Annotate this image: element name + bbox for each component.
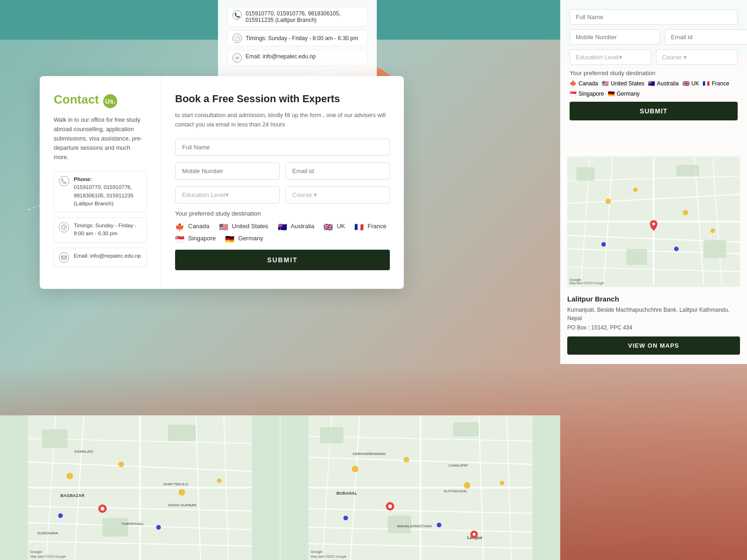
top-fullname-input[interactable] — [570, 9, 738, 25]
svg-text:HARIHARBHAWAN: HARIHARBHAWAN — [353, 452, 386, 456]
modal-left-panel: Contact Us. Walk in to our office for fr… — [40, 76, 161, 289]
svg-rect-17 — [627, 249, 647, 265]
phone-icon: 📞 — [233, 10, 242, 20]
svg-point-21 — [606, 198, 611, 204]
main-modal: Contact Us. Walk in to our office for fr… — [40, 76, 404, 289]
svg-text:Map data ©2022 Google: Map data ©2022 Google — [30, 555, 66, 559]
top-dest-singapore[interactable]: 🇸🇬Singapore — [570, 91, 604, 97]
mobile-input[interactable] — [175, 162, 280, 180]
branch-name: Lalitpur Branch — [567, 295, 740, 303]
svg-point-26 — [674, 247, 679, 252]
svg-text:KAMALADI: KAMALADI — [75, 449, 93, 454]
svg-point-24 — [711, 229, 715, 233]
top-course-select[interactable]: Course ▾ — [656, 49, 738, 65]
dest-us[interactable]: 🇺🇸United States — [219, 223, 268, 230]
clock-icon-modal — [59, 222, 69, 232]
dest-singapore[interactable]: 🇸🇬Singapore — [175, 235, 216, 242]
svg-point-25 — [601, 242, 606, 247]
submit-button[interactable]: SUBMIT — [175, 250, 390, 270]
email-input[interactable] — [285, 162, 390, 180]
phone-info-text: Phone: 015910770, 015910776, 9818306105,… — [74, 175, 141, 208]
svg-point-55 — [58, 513, 63, 518]
top-dest-uk[interactable]: 🇬🇧UK — [683, 80, 699, 87]
phone-info-item: Phone: 015910770, 015910776, 9818306105,… — [54, 171, 147, 212]
top-mobile-input[interactable] — [570, 29, 660, 45]
top-timing-text: Timings: Sunday - Friday - 8:00 am - 6:3… — [246, 35, 358, 42]
svg-rect-72 — [320, 427, 344, 443]
svg-point-88 — [500, 481, 505, 485]
svg-point-23 — [683, 210, 688, 216]
dest-germany[interactable]: 🇩🇪Germany — [225, 235, 263, 242]
left-contact-panel: 📞 015910770, 015910776, 9818306105, 0159… — [218, 0, 377, 77]
modal-title: Book a Free Session with Experts — [175, 92, 390, 106]
svg-rect-41 — [42, 429, 68, 448]
svg-point-90 — [473, 533, 476, 536]
top-dest-canada[interactable]: 🍁Canada — [570, 80, 598, 87]
course-select[interactable]: Course ▾ — [285, 186, 390, 203]
branch-address: Kumaripati, Beside Machhapuchchhre Bank,… — [567, 306, 740, 322]
top-email-input[interactable] — [665, 29, 747, 45]
svg-point-54 — [179, 489, 185, 496]
svg-text:KUTISAUGAL: KUTISAUGAL — [444, 489, 468, 493]
top-email-row: ✉ Email: info@nepalec.edu.np — [227, 50, 367, 66]
clock-icon: 🕐 — [233, 34, 242, 43]
svg-point-87 — [437, 523, 442, 527]
top-dest-us[interactable]: 🇺🇸United States — [602, 80, 644, 87]
bottom-map-left: BAGBAZAR THAPATHALI SUNDHARA GHATTEKULO … — [0, 415, 281, 560]
bottom-maps-row: BAGBAZAR THAPATHALI SUNDHARA GHATTEKULO … — [0, 415, 560, 560]
top-dest-germany[interactable]: 🇩🇪Germany — [608, 91, 640, 97]
top-submit-button[interactable]: SUBMIT — [570, 102, 738, 120]
svg-rect-16 — [677, 165, 699, 176]
svg-text:BAGBAZAR: BAGBAZAR — [61, 493, 85, 498]
svg-text:SINGH DURBAR: SINGH DURBAR — [168, 503, 197, 507]
po-box: PO Box : 15142, PPC 434 — [567, 324, 740, 331]
svg-text:GHATTEKULO: GHATTEKULO — [163, 482, 189, 486]
svg-point-57 — [217, 478, 222, 483]
svg-text:THAPATHALI: THAPATHALI — [121, 522, 144, 526]
dest-canada[interactable]: 🍁Canada — [175, 223, 210, 230]
svg-text:Map data ©2022 Google: Map data ©2022 Google — [570, 281, 604, 285]
fullname-input[interactable] — [175, 139, 390, 156]
top-education-select[interactable]: Education Level▾ — [570, 49, 651, 65]
top-phone-row: 📞 015910770, 015910776, 9818306105, 0159… — [227, 7, 367, 27]
svg-point-86 — [344, 516, 348, 520]
top-dest-france[interactable]: 🇫🇷France — [703, 80, 729, 87]
svg-rect-73 — [453, 422, 479, 436]
study-dest-section: Your preferred study destination 🍁Canada… — [175, 210, 390, 242]
svg-text:Google: Google — [30, 550, 42, 554]
phone-icon-modal — [59, 176, 69, 186]
contact-word: Contact — [54, 92, 99, 106]
svg-point-20 — [652, 223, 655, 225]
us-badge: Us. — [103, 94, 117, 108]
email-icon: ✉ — [233, 53, 242, 63]
branch-info: Lalitpur Branch Kumaripati, Beside Machh… — [567, 293, 740, 357]
study-dest-label: Your preferred study destination — [175, 210, 390, 217]
destinations-grid: 🍁Canada 🇺🇸United States 🇦🇺Australia 🇬🇧UK… — [175, 223, 390, 242]
svg-rect-42 — [168, 425, 196, 441]
dest-australia[interactable]: 🇦🇺Australia — [278, 223, 315, 230]
top-email-text: Email: info@nepalec.edu.np — [246, 53, 316, 60]
svg-rect-15 — [576, 167, 594, 181]
svg-rect-2 — [62, 256, 66, 259]
svg-text:Map data ©2022 Google: Map data ©2022 Google — [311, 555, 346, 559]
branch-map: Map data ©2022 Google Google — [567, 156, 740, 287]
svg-rect-43 — [103, 518, 128, 537]
view-maps-button[interactable]: VIEW ON MAPS — [567, 336, 740, 355]
select-row: Education Level▾ Course ▾ — [175, 186, 390, 203]
contact-row — [175, 162, 390, 180]
email-info-text: Email: info@nepalec.edu.np — [74, 252, 141, 260]
contact-description: Walk in to our office for free study abr… — [54, 115, 147, 162]
svg-text:SUNDHARA: SUNDHARA — [37, 531, 59, 535]
fullname-group — [175, 139, 390, 156]
top-dest-options: 🍁Canada 🇺🇸United States 🇦🇺Australia 🇬🇧UK… — [570, 80, 738, 97]
svg-point-52 — [67, 473, 73, 479]
bottom-map-right: BUBAHAL MAHALAXMISTHAN KUTISAUGAL HARIHA… — [281, 415, 560, 560]
top-phone-number: 015910770, 015910776, 9818306105, 015911… — [246, 10, 362, 23]
contact-title: Contact Us. — [54, 92, 147, 108]
svg-point-56 — [156, 525, 161, 530]
top-dest-australia[interactable]: 🇦🇺Australia — [648, 80, 679, 87]
dest-france[interactable]: 🇫🇷France — [354, 223, 386, 230]
svg-rect-18 — [704, 240, 726, 258]
education-select[interactable]: Education Level▾ — [175, 186, 280, 203]
dest-uk[interactable]: 🇬🇧UK — [324, 223, 345, 230]
